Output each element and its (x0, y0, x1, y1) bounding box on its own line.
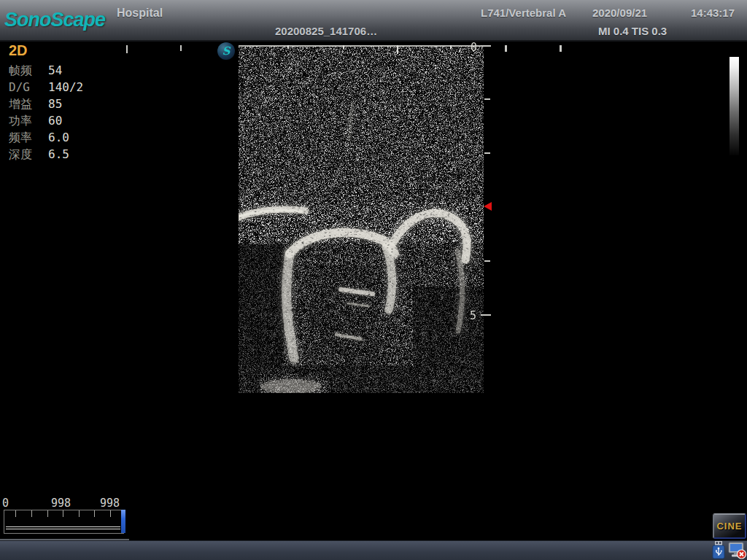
param-label: 功率 (9, 114, 48, 131)
ruler-tick (287, 45, 289, 49)
depth-label-end: 5 (470, 309, 476, 322)
hospital-name: Hospital (117, 7, 163, 20)
top-status-bar: SonoScape Hospital 20200825_141706… L741… (0, 0, 747, 42)
depth-tick (484, 152, 490, 154)
screen: SonoScape Hospital 20200825_141706… L741… (0, 0, 747, 560)
cine-button[interactable]: CINE (713, 513, 746, 539)
ruler-tick (180, 45, 182, 51)
orientation-marker-icon: S (217, 42, 235, 60)
param-row: 帧频 54 (9, 63, 83, 80)
exam-date: 2020/09/21 (592, 7, 647, 19)
param-value: 6.5 (48, 147, 69, 164)
ruler-tick (560, 45, 562, 52)
param-label: D/G (9, 80, 48, 97)
grayscale-bar (729, 57, 739, 155)
param-label: 增益 (9, 97, 48, 114)
param-row: 深度 6.5 (9, 147, 83, 164)
depth-tick (481, 314, 491, 316)
depth-tick (481, 45, 491, 47)
probe-preset: L741/Vertebral A (481, 7, 566, 19)
clock: 14:43:17 (691, 7, 735, 19)
focus-marker-icon (484, 202, 492, 211)
cine-tick (47, 510, 48, 517)
network-error-icon[interactable] (728, 540, 747, 560)
taskbar (0, 540, 747, 560)
cine-track[interactable] (4, 510, 124, 534)
param-row: D/G 140/2 (9, 80, 83, 97)
cine-current-label: 998 (51, 497, 71, 510)
cine-total-label: 998 (100, 497, 120, 510)
ruler-tick (397, 45, 398, 54)
image-top-ruler-line (239, 45, 484, 47)
depth-tick (484, 98, 490, 100)
exam-id: 20200825_141706… (275, 25, 377, 37)
param-value: 6.0 (48, 131, 69, 147)
mi-tis-readout: MI 0.4 TIS 0.3 (598, 25, 667, 37)
param-value: 85 (48, 97, 62, 114)
param-label: 频率 (9, 131, 48, 147)
imaging-params-panel: 2D 帧频 54 D/G 140/2 增益 85 功率 60 频率 6.0 深度… (9, 42, 83, 164)
depth-label-start: 0 (471, 41, 477, 54)
mode-label: 2D (9, 42, 83, 59)
cine-start-label: 0 (2, 497, 9, 510)
param-row: 功率 60 (9, 114, 83, 131)
cine-tick (63, 510, 63, 517)
param-label: 深度 (9, 147, 48, 164)
ruler-tick (450, 45, 452, 49)
ruler-tick (343, 45, 344, 49)
param-value: 60 (48, 114, 62, 131)
param-value: 140/2 (48, 80, 83, 97)
ultrasound-image (239, 45, 484, 393)
cine-progress-line (6, 526, 120, 527)
param-row: 频率 6.0 (9, 131, 83, 147)
param-row: 增益 85 (9, 97, 83, 114)
param-label: 帧频 (9, 63, 48, 80)
param-value: 54 (48, 63, 62, 80)
depth-tick (484, 260, 490, 262)
cine-tick (31, 510, 32, 517)
cine-tick (110, 510, 111, 517)
cine-tick (94, 510, 95, 517)
ruler-tick (126, 45, 128, 53)
cine-tick (15, 510, 16, 517)
cine-progress-line (6, 529, 120, 529)
usb-icon[interactable] (711, 541, 726, 560)
cine-position-handle[interactable] (121, 510, 125, 533)
cine-tick (79, 510, 80, 517)
sonoscape-logo: SonoScape (4, 9, 105, 31)
ruler-tick (505, 45, 507, 52)
